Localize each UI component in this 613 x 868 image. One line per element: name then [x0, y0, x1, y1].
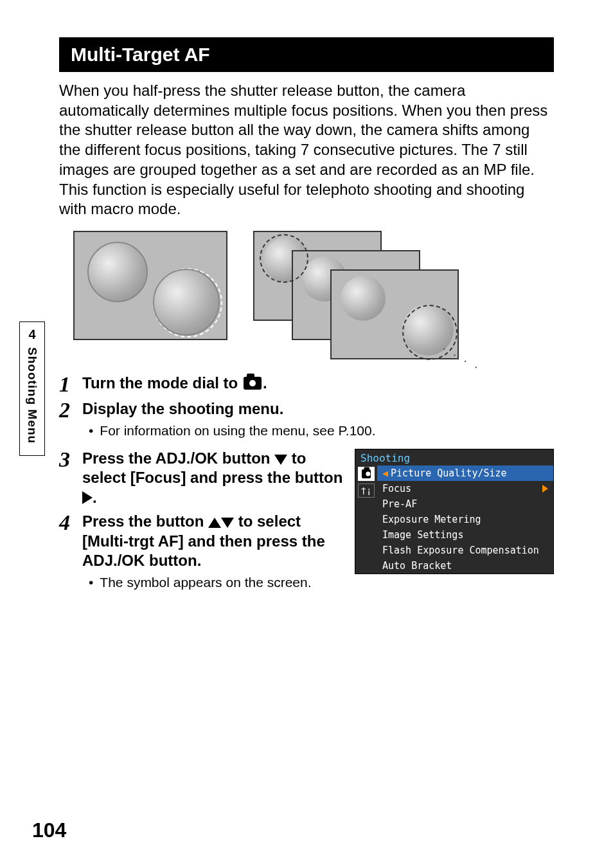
- step-3: 3 Press the ADJ./OK button to select [Fo…: [59, 449, 343, 508]
- step-text: .: [263, 374, 267, 392]
- menu-item-label: Image Settings: [382, 529, 463, 541]
- menu-item: Exposure Metering: [377, 512, 553, 527]
- page-number: 104: [32, 818, 66, 842]
- menu-item: Flash Exposure Compensation: [377, 543, 553, 558]
- bullet-text: For information on using the menu, see P…: [100, 423, 375, 439]
- step-number: 1: [59, 374, 82, 395]
- step-text: Press the ADJ./OK button: [82, 449, 274, 467]
- side-tab: 4 Shooting Menu: [19, 321, 45, 456]
- menu-item-label: Flash Exposure Compensation: [382, 545, 539, 556]
- section-header: Multi-Target AF: [59, 37, 554, 72]
- step-title: Display the shooting menu.: [82, 399, 554, 419]
- step-number: 3: [59, 449, 82, 508]
- step-text: .: [93, 489, 97, 506]
- camera-menu-screenshot: Shooting †¡ ◀Picture Quality/Size Focu: [355, 449, 554, 574]
- right-triangle-icon: [82, 491, 93, 504]
- menu-title: Shooting: [355, 449, 553, 466]
- step-text: Turn the mode dial to: [82, 374, 242, 392]
- menu-item-label: Exposure Metering: [382, 514, 481, 525]
- step-number: 2: [59, 399, 82, 445]
- intro-paragraph: When you half-press the shutter release …: [59, 81, 554, 219]
- menu-item-label: Focus: [382, 483, 411, 494]
- menu-item: Pre-AF: [377, 496, 553, 512]
- illustration-stacked-frames: . . . .: [253, 231, 472, 359]
- bullet-text: The symbol appears on the screen.: [100, 575, 311, 590]
- menu-item-label: Pre-AF: [382, 498, 417, 510]
- step-bullet: For information on using the menu, see P…: [89, 423, 554, 439]
- setup-tab-icon: †¡: [358, 484, 375, 498]
- step-bullet: The symbol appears on the screen.: [89, 575, 343, 590]
- step-title: Turn the mode dial to .: [82, 374, 554, 393]
- left-arrow-icon: ◀: [382, 467, 388, 479]
- chapter-label: Shooting Menu: [25, 347, 39, 444]
- up-triangle-icon: [208, 518, 221, 528]
- down-triangle-icon: [221, 518, 234, 528]
- step-2: 2 Display the shooting menu. For informa…: [59, 399, 554, 445]
- menu-item: Focus: [377, 481, 553, 496]
- step-1: 1 Turn the mode dial to .: [59, 374, 554, 395]
- menu-item-label: Auto Bracket: [382, 560, 452, 572]
- focus-circle-icon: [260, 234, 308, 283]
- menu-item: ◀Picture Quality/Size: [377, 466, 553, 481]
- right-arrow-icon: [542, 485, 548, 493]
- camera-icon: [362, 469, 371, 478]
- menu-item-list: ◀Picture Quality/Size Focus Pre-AF Expos…: [377, 466, 553, 574]
- illustration-single-frame: [73, 231, 227, 340]
- step-title: Press the button to select [Multi-trgt A…: [82, 512, 343, 571]
- steps-list: 1 Turn the mode dial to . 2 Display the …: [59, 374, 554, 601]
- menu-item: Auto Bracket: [377, 558, 553, 574]
- illustration-row: . . . .: [73, 231, 554, 359]
- manual-page: 4 Shooting Menu Multi-Target AF When you…: [0, 0, 613, 868]
- menu-tab-icons: †¡: [355, 466, 377, 574]
- focus-circle-icon: [153, 268, 222, 338]
- menu-item-label: Picture Quality/Size: [391, 467, 507, 479]
- chapter-number: 4: [22, 327, 42, 342]
- step-4: 4 Press the button to select [Multi-trgt…: [59, 512, 343, 597]
- step-text: Press the button: [82, 512, 208, 530]
- steps-3-4-row: 3 Press the ADJ./OK button to select [Fo…: [59, 449, 554, 601]
- camera-mode-icon: [244, 377, 262, 390]
- down-triangle-icon: [274, 455, 287, 465]
- step-number: 4: [59, 512, 82, 597]
- menu-item: Image Settings: [377, 527, 553, 543]
- step-title: Press the ADJ./OK button to select [Focu…: [82, 449, 343, 508]
- camera-tab-icon: [358, 467, 375, 481]
